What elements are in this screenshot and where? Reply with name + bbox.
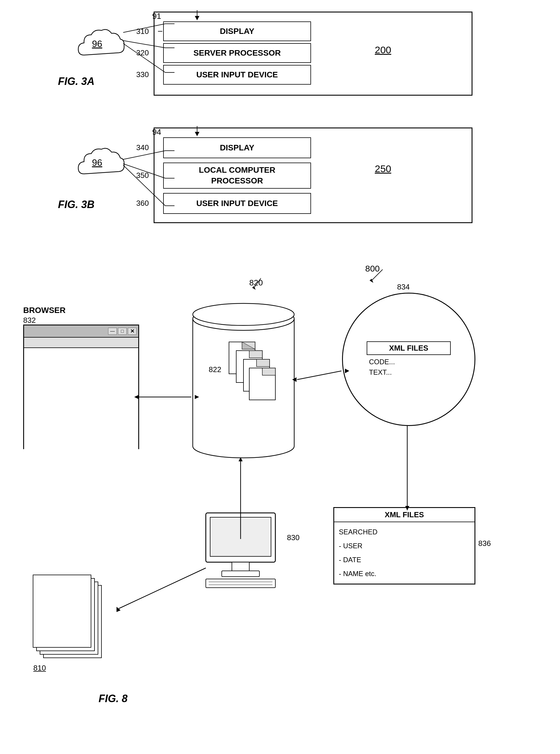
fig3b-uid-text: USER INPUT DEVICE [196,199,278,208]
browser-toolbar [24,338,138,348]
svg-text:96: 96 [92,157,102,168]
fig8-800-label: 800 [365,264,380,273]
xml-circle-text: TEXT... [367,367,451,378]
svg-rect-47 [33,575,91,647]
svg-line-51 [297,371,341,380]
xml-circle-code: CODE... [367,357,451,367]
browser-close-btn[interactable]: ✕ [128,328,137,335]
xml-836-label: 836 [478,539,491,548]
fig3a-server-box: 320 SERVER PROCESSOR [163,43,311,63]
fig3a-200-label: 200 [375,44,391,56]
database-cylinder [191,290,296,461]
comp-830-label: 830 [287,533,299,542]
fig3a-server-text: SERVER PROCESSOR [193,48,281,58]
fig3a-display-text: DISPLAY [220,27,255,36]
browser-maximize-btn[interactable]: □ [118,328,127,335]
svg-marker-34 [257,359,269,367]
fig3b-350-label: 350 [136,171,149,181]
svg-line-58 [119,568,206,609]
svg-point-27 [193,303,294,325]
browser-ref: 832 [23,316,36,325]
xml-date-line: - DATE [339,553,470,567]
browser-label: BROWSER [23,306,65,315]
fig3b-cloud-icon: 96 [75,145,125,183]
fig3a-display-box: 310 DISPLAY [163,21,311,41]
browser-window: — □ ✕ [23,325,139,449]
fig3b-outer-box: 340 DISPLAY 350 LOCAL COMPUTERPROCESSOR … [154,127,473,223]
database-container: 820 [191,290,296,464]
fig8-800-arrow [17,261,554,290]
svg-rect-40 [222,571,259,577]
fig3b-display-text: DISPLAY [220,143,255,152]
fig3a-outer-box: 310 DISPLAY 320 SERVER PROCESSOR 330 USE… [154,12,473,96]
fig3b-label: FIG. 3B [58,199,95,211]
fig3a-320-label: 320 [136,48,149,57]
svg-rect-38 [210,517,271,556]
xml-circle-inner: XML FILES CODE... TEXT... [367,341,451,378]
xml-files-box-header: XML FILES [334,508,475,522]
fig3b-lcp-box: 350 LOCAL COMPUTERPROCESSOR [163,163,311,189]
fig3b-360-label: 360 [136,199,149,208]
fig3b-display-box: 340 DISPLAY [163,137,311,158]
db-820-label: 820 [249,278,263,287]
fig3a-330-label: 330 [136,70,149,79]
fig3a-cloud-icon: 96 [75,26,125,64]
svg-marker-36 [262,368,275,375]
fig3a-uid-box: 330 USER INPUT DEVICE [163,65,311,85]
xml-files-box: XML FILES SEARCHED - USER - DATE - NAME … [333,507,475,585]
svg-text:96: 96 [92,39,102,49]
fig3a-310-label: 310 [136,27,149,36]
xml-files-header-circle: XML FILES [367,341,451,355]
xml-834-label: 834 [397,283,409,291]
stacked-810-label: 810 [33,664,46,673]
fig3b-340-label: 340 [136,143,149,152]
xml-circle: XML FILES CODE... TEXT... [342,293,475,426]
xml-searched-line: SEARCHED [339,525,470,539]
browser-titlebar: — □ ✕ [24,325,138,338]
fig3a-label: FIG. 3A [58,75,95,87]
computer-icon [197,510,284,591]
fig3b-uid-box: 360 USER INPUT DEVICE [163,193,311,214]
fig3b-250-label: 250 [375,163,391,175]
xml-files-box-content: SEARCHED - USER - DATE - NAME etc. [334,522,475,584]
fig8-label: FIG. 8 [99,693,127,705]
page-container: 96 91 310 DISPLAY 320 SERVER PROCESSOR [0,0,560,754]
browser-minimize-btn[interactable]: — [108,328,117,335]
fig3b-lcp-text: LOCAL COMPUTERPROCESSOR [199,165,275,186]
svg-marker-32 [249,351,262,358]
xml-user-line: - USER [339,539,470,553]
fig3a-uid-text: USER INPUT DEVICE [196,70,278,79]
browser-content-area [24,348,138,449]
fig8-diagram: 800 BROWSER 832 — □ ✕ 820 [17,261,554,725]
svg-rect-39 [232,562,249,571]
xml-name-line: - NAME etc. [339,567,470,581]
stacked-pages-icon [32,574,119,678]
db-822-label: 822 [209,365,221,374]
svg-rect-41 [206,579,275,588]
svg-marker-19 [369,279,373,283]
